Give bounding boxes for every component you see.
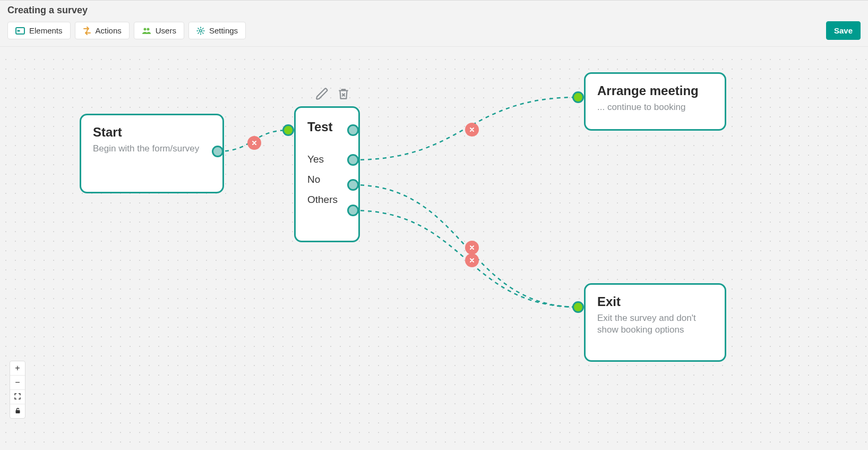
- plus-icon: +: [15, 363, 20, 373]
- settings-label: Settings: [209, 26, 238, 35]
- port-test_yes[interactable]: [347, 154, 359, 166]
- close-icon: [469, 258, 475, 263]
- edge-delete-button[interactable]: [247, 136, 261, 150]
- actions-label: Actions: [96, 26, 122, 35]
- svg-point-4: [200, 29, 202, 31]
- port-test_h[interactable]: [347, 124, 359, 136]
- svg-rect-1: [18, 30, 20, 31]
- zoom-out-button[interactable]: −: [10, 375, 25, 389]
- port-meeting_in[interactable]: [572, 91, 584, 103]
- svg-point-2: [143, 28, 146, 30]
- port-test_no[interactable]: [347, 179, 359, 191]
- node-option[interactable]: No: [307, 169, 347, 190]
- node-title: Start: [93, 125, 211, 140]
- actions-button[interactable]: Actions: [75, 22, 130, 39]
- close-icon: [252, 140, 257, 146]
- node-title: Test: [307, 120, 347, 134]
- elements-button[interactable]: Elements: [7, 22, 71, 39]
- flow-canvas[interactable]: StartBegin with the form/surveyTestYesNo…: [0, 54, 868, 450]
- svg-rect-5: [15, 410, 20, 413]
- node-title: Arrange meeting: [597, 83, 713, 98]
- lock-icon: [15, 406, 21, 416]
- node-exit[interactable]: ExitExit the survey and don't show booki…: [584, 283, 726, 362]
- edge-delete-button[interactable]: [465, 241, 479, 254]
- node-controls: [315, 87, 350, 103]
- svg-point-3: [147, 28, 149, 30]
- port-exit_in[interactable]: [572, 301, 584, 313]
- node-subtitle: Begin with the form/survey: [93, 143, 211, 155]
- node-start[interactable]: StartBegin with the form/survey: [80, 114, 224, 193]
- gear-icon: [196, 27, 205, 35]
- zoom-in-button[interactable]: +: [10, 361, 25, 375]
- port-start_out[interactable]: [212, 146, 224, 157]
- save-button[interactable]: Save: [826, 21, 861, 40]
- edge-delete-button[interactable]: [465, 123, 479, 137]
- users-button[interactable]: Users: [134, 22, 184, 39]
- expand-icon: [14, 392, 21, 402]
- elements-label: Elements: [29, 26, 63, 35]
- page-title: Creating a survey: [0, 1, 868, 18]
- toolbar: Elements Actions Users Settings Save: [0, 18, 868, 47]
- node-subtitle: Exit the survey and don't show booking o…: [597, 312, 713, 336]
- node-meeting[interactable]: Arrange meeting... continue to booking: [584, 72, 726, 131]
- edge-delete-button[interactable]: [465, 253, 479, 267]
- elements-icon: [15, 27, 25, 35]
- zoom-controls: + −: [10, 361, 25, 419]
- fit-button[interactable]: [10, 389, 25, 404]
- node-option[interactable]: Yes: [307, 149, 347, 169]
- port-test_in[interactable]: [282, 124, 294, 136]
- edit-icon[interactable]: [315, 87, 329, 103]
- node-option[interactable]: Others: [307, 190, 347, 210]
- lock-button[interactable]: [10, 404, 25, 418]
- close-icon: [469, 127, 475, 132]
- users-label: Users: [156, 26, 176, 35]
- minus-icon: −: [15, 378, 20, 387]
- actions-icon: [83, 27, 91, 35]
- users-icon: [142, 27, 151, 35]
- edges-layer: [0, 54, 868, 450]
- trash-icon[interactable]: [337, 87, 350, 103]
- port-test_oth[interactable]: [347, 205, 359, 216]
- settings-button[interactable]: Settings: [188, 22, 246, 39]
- node-subtitle: ... continue to booking: [597, 101, 713, 113]
- node-title: Exit: [597, 294, 713, 309]
- svg-rect-0: [16, 28, 24, 34]
- close-icon: [469, 245, 475, 250]
